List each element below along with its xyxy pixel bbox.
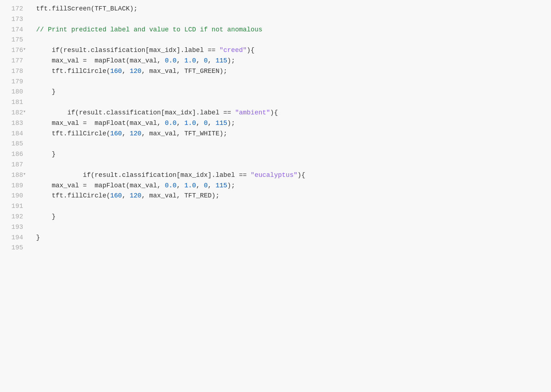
line-number: 185: [6, 139, 23, 149]
line-number: 181: [6, 97, 23, 108]
code-line: // Print predicted label and value to LC…: [36, 25, 544, 35]
code-line: max_val = mapFloat(max_val, 0.0, 1.0, 0,…: [36, 118, 544, 129]
code-line: if(result.classification[max_idx].label …: [36, 108, 544, 118]
line-number: 195: [6, 243, 23, 253]
line-number: 183: [6, 118, 23, 129]
line-number: 182: [6, 108, 23, 118]
code-line: tft.fillScreen(TFT_BLACK);: [36, 4, 544, 14]
code-line: if(result.classification[max_idx].label …: [36, 170, 544, 180]
code-content-column: tft.fillScreen(TFT_BLACK); // Print pred…: [29, 4, 551, 388]
line-number-column: 1721731741751761771781791801811821831841…: [0, 4, 29, 388]
line-number: 178: [6, 66, 23, 77]
line-number: 191: [6, 201, 23, 212]
code-line: if(result.classification[max_idx].label …: [36, 45, 544, 56]
code-line: }: [36, 212, 544, 222]
line-number: 175: [6, 35, 23, 45]
code-line: }: [36, 232, 544, 243]
code-line: [36, 35, 544, 45]
code-editor: 1721731741751761771781791801811821831841…: [0, 0, 551, 392]
code-line: [36, 139, 544, 149]
code-line: [36, 77, 544, 87]
line-number: 193: [6, 222, 23, 232]
code-line: [36, 160, 544, 170]
line-number: 188: [6, 170, 23, 180]
line-number: 190: [6, 191, 23, 201]
code-line: [36, 222, 544, 232]
line-number: 186: [6, 149, 23, 160]
code-line: [36, 14, 544, 25]
code-line: max_val = mapFloat(max_val, 0.0, 1.0, 0,…: [36, 56, 544, 66]
line-number: 192: [6, 212, 23, 222]
code-line: tft.fillCircle(160, 120, max_val, TFT_RE…: [36, 191, 544, 201]
code-line: tft.fillCircle(160, 120, max_val, TFT_WH…: [36, 129, 544, 139]
code-line: [36, 97, 544, 108]
line-number: 176: [6, 45, 23, 56]
line-number: 172: [6, 4, 23, 14]
line-number: 180: [6, 87, 23, 97]
code-line: }: [36, 87, 544, 97]
line-number: 174: [6, 25, 23, 35]
code-line: [36, 201, 544, 212]
code-line: }: [36, 149, 544, 160]
line-number: 194: [6, 232, 23, 243]
line-number: 179: [6, 77, 23, 87]
line-number: 184: [6, 129, 23, 139]
code-line: [36, 243, 544, 253]
line-number: 177: [6, 56, 23, 66]
line-number: 173: [6, 14, 23, 25]
code-line: tft.fillCircle(160, 120, max_val, TFT_GR…: [36, 66, 544, 77]
code-line: max_val = mapFloat(max_val, 0.0, 1.0, 0,…: [36, 180, 544, 191]
line-number: 187: [6, 160, 23, 170]
line-number: 189: [6, 180, 23, 191]
